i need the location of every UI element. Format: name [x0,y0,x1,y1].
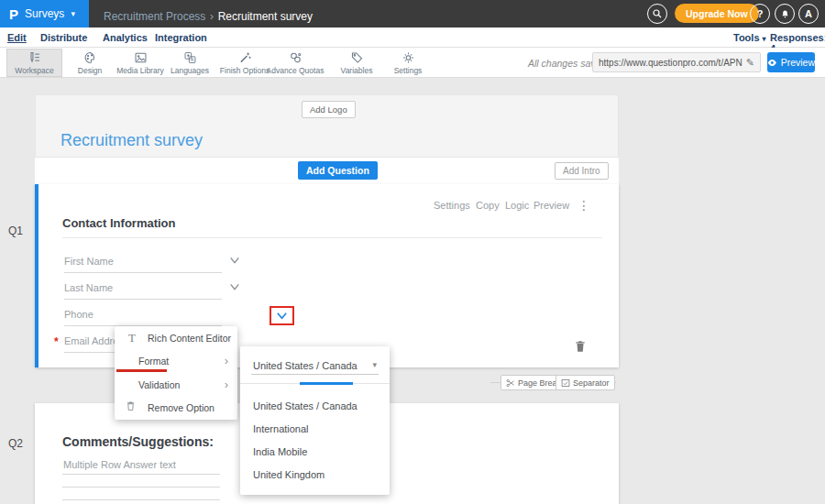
scissors-icon [506,378,515,388]
field-underline [64,272,222,273]
tab-edit[interactable]: Edit [7,32,27,43]
question-mark-icon: ? [757,8,764,19]
app-window: P Surveys ▾ Recruitment Process › Recrui… [0,0,825,504]
q1-field-first-name[interactable]: First Name [64,256,114,267]
chevron-down-icon: ▾ [71,9,75,18]
required-marker: * [54,335,59,348]
languages-icon: A [183,51,197,64]
preview-button[interactable]: Preview [767,52,815,72]
tab-distribute[interactable]: Distribute [40,32,87,43]
tab-analytics[interactable]: Analytics [103,32,148,43]
q1-delete-field-button[interactable] [574,339,587,354]
separator-icon [561,378,570,388]
select-caret-icon: ▾ [372,360,377,369]
field-options-context-menu: T Rich Content Editor Format › Validatio… [115,326,237,420]
settings-icon [402,51,415,64]
question-number-q2: Q2 [8,437,23,450]
svg-text:A: A [190,57,193,62]
q1-field-last-name-dropdown[interactable] [228,281,241,292]
text-format-icon: T [126,331,138,345]
edit-url-icon[interactable]: ✎ [746,57,754,69]
q1-field-phone-dropdown[interactable] [275,310,289,322]
breadcrumb-parent[interactable]: Recruitment Process [104,10,205,23]
chevron-down-icon [275,310,289,322]
q1-settings-action[interactable]: Settings [434,200,470,211]
account-avatar[interactable]: A [798,4,819,24]
toolbar-item-variables[interactable]: Variables [331,49,382,77]
menu-item-validation[interactable]: Validation › [115,373,237,396]
section-tabs-bar: Edit Distribute Analytics Integration To… [0,27,825,48]
field-underline [64,299,222,300]
toolbar-item-design[interactable]: Design [67,49,113,77]
chevron-down-icon [228,281,241,292]
survey-title[interactable]: Recruitment survey [60,131,203,150]
search-button[interactable] [647,4,667,24]
q1-field-last-name[interactable]: Last Name [64,282,113,293]
q1-more-menu-icon[interactable]: ⋮ [578,198,590,213]
format-option-india-mobile[interactable]: India Mobile [253,446,307,457]
tab-integration[interactable]: Integration [155,32,207,43]
q1-logic-action[interactable]: Logic [505,200,529,211]
toolbar-item-languages[interactable]: A Languages [167,49,213,77]
separator-button[interactable]: Separator [556,375,615,390]
tools-menu[interactable]: Tools ▾ [733,32,766,43]
survey-link-field[interactable]: https://www.questionpro.com/t/APNrFZ ✎ [592,52,761,72]
format-option-international[interactable]: International [253,423,309,434]
select-underline [251,374,379,375]
q1-heading-divider [62,237,602,238]
menu-item-rich-content-editor[interactable]: T Rich Content Editor [115,326,237,349]
format-select-value[interactable]: United States / Canada [253,360,358,371]
notifications-button[interactable] [775,4,795,24]
menu-item-format[interactable]: Format › [115,349,237,372]
q1-question-text[interactable]: Contact Information [62,216,176,230]
q2-answer-placeholder[interactable]: Multiple Row Answer text [63,459,176,470]
answer-underline [62,474,220,475]
search-icon [652,8,663,19]
format-submenu-panel: United States / Canada ▾ United States /… [240,346,390,495]
question-number-q1: Q1 [8,225,23,237]
advance-quotas-icon [289,51,302,64]
chevron-down-icon: ▾ [763,35,766,43]
q1-field-phone[interactable]: Phone [64,309,94,320]
answer-underline [62,487,220,488]
breadcrumb-separator-icon: › [210,9,214,23]
chevron-down-icon [228,255,241,266]
media-library-icon [134,51,148,64]
eye-icon [767,59,777,67]
toolbar-item-advance-quotas[interactable]: Advance Quotas [258,49,332,77]
q2-question-text[interactable]: Comments/Suggestions: [62,434,214,449]
toolbar-item-settings[interactable]: Settings [382,49,434,77]
active-indicator [300,382,353,385]
breadcrumb-current: Recruitment survey [218,10,313,23]
breadcrumb: Recruitment Process › Recruitment survey [104,7,313,24]
trash-icon [126,400,138,411]
q1-field-first-name-dropdown[interactable] [228,255,241,266]
add-logo-button[interactable]: Add Logo [302,101,356,118]
submenu-arrow-icon: › [225,355,228,367]
top-navbar: P Surveys ▾ Recruitment Process › Recrui… [0,0,825,27]
survey-url: https://www.questionpro.com/t/APNrFZ [599,58,742,68]
questionpro-logo-icon: P [9,7,18,21]
add-intro-button[interactable]: Add Intro [555,162,609,180]
avatar-initial: A [805,8,812,19]
menu-item-remove-option[interactable]: Remove Option [115,396,237,419]
answer-underline [62,499,220,500]
workspace-icon [28,51,41,64]
design-icon [83,51,97,64]
finish-options-icon [238,51,252,64]
product-name: Surveys [25,7,64,20]
trash-icon [574,339,587,354]
format-option-us-canada[interactable]: United States / Canada [253,400,358,411]
q1-copy-action[interactable]: Copy [476,200,500,211]
toolbar-item-workspace[interactable]: Workspace [6,49,62,77]
submenu-arrow-icon: › [225,378,228,390]
upgrade-now-button[interactable]: Upgrade Now [675,4,759,23]
add-question-button[interactable]: Add Question [298,161,378,180]
toolbar-item-media-library[interactable]: Media Library [110,49,170,77]
q1-preview-action[interactable]: Preview [534,200,569,211]
bell-icon [780,9,790,19]
variables-icon [350,51,364,64]
help-button[interactable]: ? [750,4,770,24]
format-option-united-kingdom[interactable]: United Kingdom [253,469,324,480]
product-switcher[interactable]: P Surveys ▾ [0,0,89,27]
